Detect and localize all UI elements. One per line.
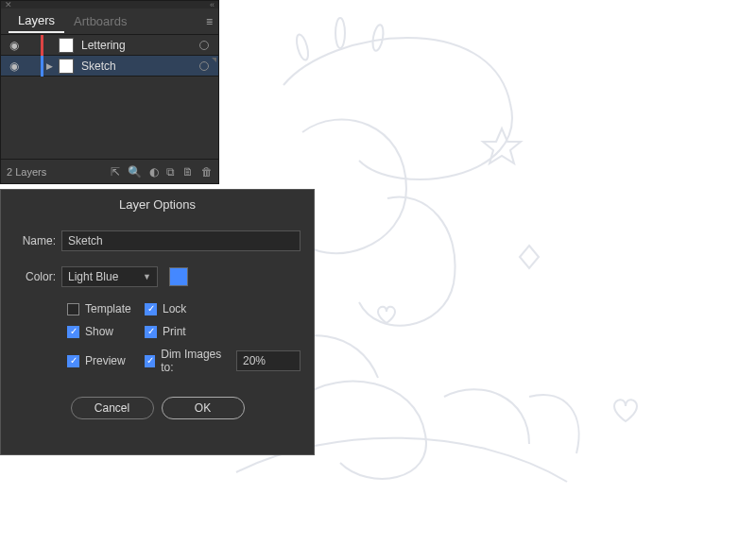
print-label: Print xyxy=(163,325,186,338)
preview-label: Preview xyxy=(85,354,126,367)
tab-artboards[interactable]: Artboards xyxy=(64,10,136,32)
search-icon[interactable]: 🔍 xyxy=(128,165,142,179)
new-sublayer-icon[interactable]: ⧉ xyxy=(166,165,175,179)
layers-panel: ✕ « Layers Artboards ≡ ◉ Lettering ◉ ▶ S… xyxy=(0,0,219,184)
panel-footer: 2 Layers ⇱ 🔍 ◐ ⧉ 🗎 🗑 xyxy=(1,159,218,183)
visibility-icon[interactable]: ◉ xyxy=(7,60,22,73)
mask-icon[interactable]: ◐ xyxy=(149,165,159,179)
color-select-value: Light Blue xyxy=(68,270,118,283)
show-label: Show xyxy=(85,325,113,338)
checkbox-icon xyxy=(145,326,157,338)
layer-color-indicator xyxy=(41,35,43,56)
checkbox-icon xyxy=(145,303,157,315)
color-select[interactable]: Light Blue ▼ xyxy=(61,266,158,287)
dim-checkbox[interactable]: Dim Images to: xyxy=(145,348,301,374)
target-icon[interactable] xyxy=(199,61,209,71)
cancel-button[interactable]: Cancel xyxy=(71,397,154,419)
new-layer-icon[interactable]: 🗎 xyxy=(182,165,194,179)
print-checkbox[interactable]: Print xyxy=(145,325,301,338)
ok-button[interactable]: OK xyxy=(162,397,245,419)
dim-label: Dim Images to: xyxy=(161,348,225,374)
panel-titlebar: ✕ « xyxy=(1,1,218,9)
svg-point-1 xyxy=(335,18,345,48)
trash-icon[interactable]: 🗑 xyxy=(201,165,213,179)
panel-menu-icon[interactable]: ≡ xyxy=(206,15,213,28)
dialog-title: Layer Options xyxy=(1,190,314,219)
layer-name[interactable]: Sketch xyxy=(77,60,199,73)
preview-checkbox[interactable]: Preview xyxy=(67,348,145,374)
export-icon[interactable]: ⇱ xyxy=(111,165,120,179)
layer-options-dialog: Layer Options Name: Color: Light Blue ▼ … xyxy=(0,189,315,455)
layer-thumbnail xyxy=(59,59,74,74)
layer-count: 2 Layers xyxy=(7,166,111,178)
checkbox-icon xyxy=(67,303,79,315)
target-icon[interactable] xyxy=(199,41,209,50)
layer-name[interactable]: Lettering xyxy=(77,39,199,52)
tab-layers[interactable]: Layers xyxy=(9,9,64,33)
template-label: Template xyxy=(85,302,131,315)
expand-icon[interactable]: ▶ xyxy=(43,61,55,71)
chevron-down-icon: ▼ xyxy=(143,272,151,281)
template-checkbox[interactable]: Template xyxy=(67,302,145,315)
svg-point-0 xyxy=(295,33,311,61)
checkbox-icon xyxy=(145,355,155,367)
selection-mark-icon xyxy=(212,58,216,62)
color-label: Color: xyxy=(14,270,61,283)
checkbox-icon xyxy=(67,326,79,338)
layer-thumbnail xyxy=(59,38,74,53)
lock-label: Lock xyxy=(163,302,186,315)
color-swatch[interactable] xyxy=(169,267,188,286)
layer-row-sketch[interactable]: ◉ ▶ Sketch xyxy=(1,56,218,77)
visibility-icon[interactable]: ◉ xyxy=(7,39,22,52)
layer-row-lettering[interactable]: ◉ Lettering xyxy=(1,35,218,56)
name-input[interactable] xyxy=(61,230,301,251)
dim-percent-input[interactable] xyxy=(236,350,301,371)
lock-checkbox[interactable]: Lock xyxy=(145,302,301,315)
show-checkbox[interactable]: Show xyxy=(67,325,145,338)
name-label: Name: xyxy=(14,234,61,247)
panel-tabs: Layers Artboards ≡ xyxy=(1,9,218,35)
checkbox-icon xyxy=(67,355,79,367)
svg-point-2 xyxy=(371,24,386,51)
